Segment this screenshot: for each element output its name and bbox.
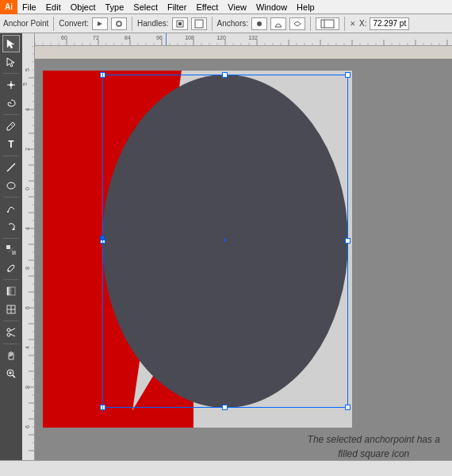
toolbar: T bbox=[0, 33, 22, 460]
menu-select[interactable]: Select bbox=[128, 0, 163, 13]
svg-point-0 bbox=[117, 21, 121, 26]
line-tool[interactable] bbox=[2, 159, 20, 176]
x-axis-icon: ✕ bbox=[350, 20, 356, 28]
convert-btn-2[interactable] bbox=[111, 17, 127, 30]
svg-rect-17 bbox=[6, 245, 10, 249]
ruler-left: 5 bbox=[22, 33, 35, 460]
handle-mid-right[interactable] bbox=[345, 238, 350, 244]
hand-tool[interactable] bbox=[2, 347, 20, 364]
svg-line-13 bbox=[7, 163, 15, 171]
handle-top-right[interactable] bbox=[345, 72, 350, 78]
canvas[interactable]: The selected anchorpoint has a filled sq… bbox=[35, 59, 452, 460]
separator-4 bbox=[310, 17, 311, 31]
anchor-point-center bbox=[224, 239, 226, 241]
svg-line-30 bbox=[13, 375, 15, 378]
svg-text:6: 6 bbox=[25, 306, 30, 309]
anchors-btn-3[interactable] bbox=[289, 17, 305, 30]
menu-view[interactable]: View bbox=[223, 0, 251, 13]
x-label: X: bbox=[359, 19, 366, 28]
blend-tool[interactable] bbox=[2, 241, 20, 259]
convert-label: Convert: bbox=[59, 19, 89, 28]
svg-point-14 bbox=[7, 182, 15, 189]
pencil-tool[interactable] bbox=[2, 200, 20, 217]
tool-separator-3 bbox=[3, 155, 19, 156]
caption: The selected anchorpoint has a filled sq… bbox=[308, 432, 440, 460]
anchors-btn-2[interactable] bbox=[270, 17, 286, 30]
lasso-tool[interactable] bbox=[2, 94, 20, 112]
separator-2 bbox=[132, 17, 132, 31]
svg-point-26 bbox=[7, 333, 10, 336]
menu-object[interactable]: Object bbox=[66, 0, 101, 13]
svg-text:96: 96 bbox=[156, 35, 163, 40]
pen-tool[interactable] bbox=[2, 117, 20, 135]
tool-separator-4 bbox=[3, 197, 19, 198]
magic-wand-tool[interactable] bbox=[2, 76, 20, 94]
svg-rect-18 bbox=[12, 251, 16, 255]
svg-line-28 bbox=[10, 334, 15, 336]
svg-point-15 bbox=[7, 211, 9, 213]
svg-text:8: 8 bbox=[25, 386, 30, 389]
convert-btn-1[interactable] bbox=[92, 17, 108, 30]
ai-logo: Ai bbox=[0, 0, 17, 14]
svg-text:5: 5 bbox=[22, 83, 28, 86]
type-tool[interactable]: T bbox=[2, 136, 20, 153]
menu-help[interactable]: Help bbox=[292, 0, 320, 13]
anchors-btn-1[interactable] bbox=[251, 17, 267, 30]
svg-text:4: 4 bbox=[25, 108, 30, 111]
svg-text:108: 108 bbox=[185, 35, 194, 40]
svg-text:2: 2 bbox=[25, 148, 30, 151]
svg-point-4 bbox=[257, 21, 262, 26]
separator-5 bbox=[344, 17, 345, 31]
main-area: T bbox=[0, 33, 452, 460]
menu-type[interactable]: Type bbox=[101, 0, 129, 13]
transform-btn[interactable] bbox=[316, 17, 339, 30]
status-bar bbox=[0, 460, 452, 476]
tool-separator-5 bbox=[3, 238, 19, 239]
direct-selection-tool[interactable] bbox=[2, 53, 20, 71]
svg-text:6: 6 bbox=[25, 425, 30, 428]
svg-rect-21 bbox=[7, 287, 15, 295]
svg-line-12 bbox=[11, 125, 13, 126]
svg-text:4: 4 bbox=[25, 346, 30, 349]
menu-effect[interactable]: Effect bbox=[191, 0, 223, 13]
handle-bottom-center[interactable] bbox=[222, 405, 228, 410]
tool-separator-6 bbox=[3, 279, 19, 280]
tool-separator-1 bbox=[3, 73, 19, 74]
zoom-tool[interactable] bbox=[2, 365, 20, 382]
menu-edit[interactable]: Edit bbox=[41, 0, 66, 13]
tool-separator-2 bbox=[3, 114, 19, 115]
menu-window[interactable]: Window bbox=[251, 0, 292, 13]
menu-file[interactable]: File bbox=[17, 0, 41, 13]
ellipse-tool[interactable] bbox=[2, 177, 20, 194]
svg-text:8: 8 bbox=[25, 267, 30, 270]
svg-rect-3 bbox=[195, 20, 203, 28]
anchors-label: Anchors: bbox=[217, 19, 248, 28]
mesh-tool[interactable] bbox=[2, 301, 20, 318]
handles-btn-1[interactable] bbox=[172, 17, 188, 30]
selection-tool[interactable] bbox=[2, 35, 20, 52]
handles-btn-2[interactable] bbox=[191, 17, 207, 30]
svg-text:72: 72 bbox=[93, 35, 99, 40]
svg-text:84: 84 bbox=[124, 35, 131, 40]
gradient-tool[interactable] bbox=[2, 282, 20, 300]
svg-point-20 bbox=[8, 271, 10, 272]
scissors-tool[interactable] bbox=[2, 324, 20, 341]
svg-point-25 bbox=[7, 328, 10, 332]
handles-label: Handles: bbox=[137, 19, 168, 28]
rotate-tool[interactable] bbox=[2, 218, 20, 236]
menu-filter[interactable]: Filter bbox=[163, 0, 191, 13]
anchor-point-label: Anchor Point bbox=[3, 19, 48, 28]
handle-bottom-right[interactable] bbox=[345, 405, 350, 410]
svg-rect-2 bbox=[178, 22, 182, 25]
caption-line2: filled square icon bbox=[338, 448, 409, 459]
svg-rect-5 bbox=[321, 20, 334, 28]
svg-text:5: 5 bbox=[25, 68, 30, 71]
svg-text:4: 4 bbox=[25, 227, 30, 230]
menu-bar: Ai File Edit Object Type Select Filter E… bbox=[0, 0, 452, 14]
svg-point-11 bbox=[10, 83, 13, 86]
eyedropper-tool[interactable] bbox=[2, 259, 20, 277]
svg-line-27 bbox=[10, 328, 15, 331]
x-value-field[interactable]: 72.297 pt bbox=[370, 17, 409, 30]
handle-top-center[interactable] bbox=[222, 72, 228, 78]
ruler-top: 60 72 84 bbox=[35, 33, 452, 46]
